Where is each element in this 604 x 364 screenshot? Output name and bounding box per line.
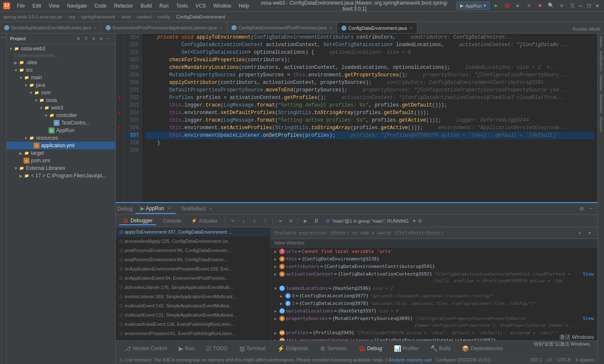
list-icon[interactable]: ≡ [83,35,89,42]
menu-help[interactable]: Help [235,2,253,10]
tree-testcontrol[interactable]: C TestContro... [7,119,115,127]
tree-appyml[interactable]: Y application.yml [7,142,115,149]
tab-terminal[interactable]: ▥ Terminal [234,343,271,354]
expand-icon[interactable]: ▶ [274,271,279,278]
expand-icon[interactable]: ▶ [274,337,279,341]
watch-activation-context[interactable]: ▶ ≡ activationContext = {ConfigDataActiv… [271,270,597,285]
stack-item-5[interactable]: ⊙ onApplicationEvent:94, EnvironmentPost… [116,273,271,283]
maximize-button[interactable]: ❐ [586,3,592,9]
debug-settings-icon[interactable]: ⚙ [577,204,586,213]
tab-close-icon[interactable]: ✕ [329,26,333,30]
search-button[interactable]: 🔍 [546,1,555,10]
watch-loaded-0[interactable]: ▶ ≡ 0 = {ConfigDataLocation@3977} "optio… [271,292,597,300]
minimize-button[interactable]: — [577,3,584,9]
notifications-label[interactable]: Notifications [598,49,604,73]
tab-close-icon[interactable]: ✕ [94,26,97,30]
menu-refactor[interactable]: Refactor [111,2,136,10]
menu-edit[interactable]: Edit [29,2,44,10]
tree-main[interactable]: ▼ 📁 main [7,74,115,81]
structure-label[interactable]: Structure [598,115,604,134]
menu-build[interactable]: Build [137,2,155,10]
maven-label[interactable]: Maven [598,34,604,49]
stack-item-7[interactable]: ⊙ invokeListener:169, SimpleApplicationE… [116,292,271,301]
debugger-tab[interactable]: 🐞 Debugger [119,217,156,225]
step-out-icon[interactable]: ↑ [260,216,270,226]
close-window-button[interactable]: ✕ [594,3,601,9]
settings-button[interactable]: ⚙ [557,1,566,10]
watch-profiles[interactable]: ▶ oo profiles = {Profiles@3949} "[Profil… [271,329,597,337]
app-run-dropdown[interactable]: ▶ AppRun ▾ [456,2,490,10]
profile-button[interactable]: ⚙ [524,1,534,10]
tab-close-icon[interactable]: ✕ [409,26,413,30]
watch-env-update-listener[interactable]: ▶ oo this.environmentUpdateListener = {C… [271,337,597,341]
stack-item-2[interactable]: ⊙ postProcessEnvironment:96, ConfigDataE… [116,246,271,255]
stack-item-3[interactable]: ⊙ postProcessEnvironment:89, ConfigDataE… [116,255,271,264]
stack-item-6[interactable]: ⊙ doInvokeListener:176, SimpleApplicatio… [116,283,271,292]
expand-icon[interactable]: ▶ [280,293,285,299]
stack-item-11[interactable]: ⊙ environmentPrepared:81, EventPublishin… [116,329,271,338]
menu-window[interactable]: Window [210,2,235,10]
step-over-icon[interactable]: ↷ [228,216,237,226]
stack-item-8[interactable]: ⊙ multicastEvent:143, SimpleApplicationE… [116,301,271,310]
force-step-into-icon[interactable]: ⇓ [250,216,259,226]
stack-item-9[interactable]: ⊙ multicastEvent:131, SimpleApplicationE… [116,310,271,320]
tab-run[interactable]: ▶ Run [174,343,199,354]
tab-config-env[interactable]: ConfigDataEnvironment.java ✕ [337,22,417,33]
tab-close-icon[interactable]: ✕ [219,26,223,30]
watch-property-sources[interactable]: ▶ ≡ propertySources = {MutablePropertySo… [271,315,597,329]
tree-resources[interactable]: ▼ 📁 resources [7,134,115,142]
run-button[interactable]: ▶ [492,1,501,10]
tab-build[interactable]: 🔨 Build [425,343,456,354]
menu-file[interactable]: File [13,2,28,10]
watch-loaded-locs[interactable]: ▼ {} loadedLocations = {HashSet@3596} si… [271,285,597,292]
tab-services[interactable]: ⚙ Services [315,343,351,354]
tree-src[interactable]: ▼ 📁 src [7,66,115,74]
collapse-icon[interactable]: − [105,35,112,42]
watch-urls[interactable]: ▶ ! urls = Cannot find local variable 'u… [271,248,597,255]
watch-this[interactable]: ▶ ≡ this = {ConfigDataEnvironment@3238} [271,255,597,263]
view-link[interactable]: View [583,315,594,322]
analyze-memory-link[interactable]: Analyze memory use [389,357,432,362]
menu-tools[interactable]: Tools [173,2,191,10]
tree-apprun[interactable]: A AppRun [7,127,115,134]
bc-boot[interactable]: boot [122,14,130,19]
watch-loaded-1[interactable]: ▶ ≡ 1 = {ConfigDataLocation@3978} "optio… [271,300,597,307]
filter-icon[interactable]: ▼ [412,218,417,224]
settings-icon[interactable]: ⚙ [98,35,104,42]
debug-button[interactable]: 🐞 [502,1,512,10]
expand-thread-icon[interactable]: ⊞ [418,218,422,224]
expand-eval-icon[interactable]: ▾ [586,229,594,237]
expand-icon[interactable]: ▶ [274,256,279,263]
pause-icon[interactable]: ⏸ [312,216,321,226]
sort-icon[interactable]: ⇅ [90,35,97,42]
tree-idea[interactable]: ▶ 📁 .idea [7,59,115,66]
expand-icon[interactable]: ▶ [280,300,285,307]
stack-item-1[interactable]: ⊙ processAndApply:235, ConfigDataEnviron… [116,237,271,246]
coverage-button[interactable]: ▶ [513,1,523,10]
debug-tab-testreflect[interactable]: TestReflect ✕ [176,204,217,213]
run-to-cursor-icon[interactable]: ⇥ [275,216,284,226]
menu-run[interactable]: Run [156,2,172,10]
translate-button[interactable]: 文 [568,1,577,10]
stack-item-4[interactable]: ⊙ onApplicationEnvironmentPreparedEvent:… [116,264,271,273]
menu-view[interactable]: View [45,2,63,10]
watch-optional-locs[interactable]: ▶ {} optionalLocations = {HashSet@3597} … [271,307,597,315]
console-tab[interactable]: Console [159,217,185,225]
close-apprun-icon[interactable]: ✕ [167,206,171,211]
stack-item-active[interactable]: ⊙ applyToEnvironment:337, ConfigDataEnvi… [116,227,271,237]
expand-icon[interactable]: ▶ [274,315,279,322]
actuator-tab[interactable]: ⚡ Actuator [188,217,221,225]
bc-class[interactable]: ConfigDataEnvironment [176,14,225,19]
menu-vcs[interactable]: VCS [192,2,209,10]
tree-web3[interactable]: ▼ 📁 web3 [7,104,115,112]
tree-jdk[interactable]: ▶ 📁 < 17 > C:\Program Files\Java\jd... [7,172,115,179]
add-watch-icon[interactable]: + [575,229,584,237]
tree-com[interactable]: ▼ 📁 com [7,89,115,96]
add-icon[interactable]: ⊕ [75,35,82,42]
code-area[interactable]: private void applyToEnvironment(ConfigDa… [142,34,597,202]
tab-todo[interactable]: ☑ TODO [201,343,232,354]
menu-navigate[interactable]: Navigate [64,2,90,10]
menu-bar[interactable]: File Edit View Navigate Code Refactor Bu… [13,2,253,10]
bc-context[interactable]: context [137,14,151,19]
expand-icon[interactable]: ▶ [274,263,279,270]
